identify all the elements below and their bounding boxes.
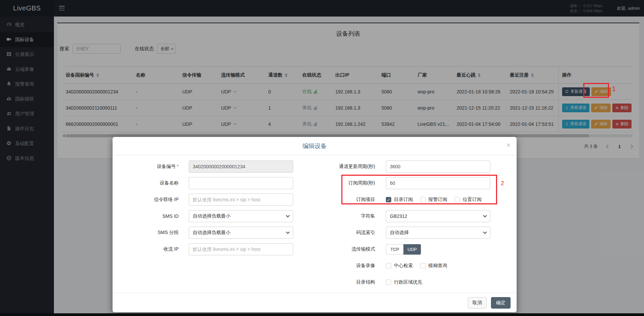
channel-update-cycle-label: 通道更新周期(秒) [310,164,375,170]
device-name-field[interactable] [189,177,293,189]
sip-contact-ip-label: 信令联络 IP [113,197,179,203]
sms-group-label: SMS 分组 [113,230,179,236]
annotation-box-1 [583,83,609,98]
catalog-structure-label: 目录结构 [310,279,375,285]
fuzzy-query-checkbox[interactable]: 模糊查询 [420,263,447,269]
recv-stream-ip-field[interactable] [189,243,293,255]
center-search-checkbox[interactable]: 中心检索 [386,263,413,269]
sms-id-label: SMS ID [113,213,179,219]
cancel-button[interactable]: 取消 [468,297,487,309]
annotation-number-1: 1 [612,85,616,93]
sms-group-select[interactable]: 自动选择负载最小 [189,227,293,239]
device-name-label: 设备名称 [113,180,179,186]
bottom-bar [0,313,644,316]
edit-device-modal: 编辑设备 × 设备编号* 设备名称 信令联络 IP SMS ID 自动选择负载最… [113,137,517,312]
required-asterisk: * [177,164,179,169]
udp-toggle-button[interactable]: UDP [403,244,421,255]
checkbox-icon[interactable] [420,263,426,268]
recv-stream-ip-label: 收流 IP [113,246,179,252]
chevron-down-icon [286,230,289,234]
device-record-label: 设备录像 [310,263,375,269]
sip-contact-ip-field[interactable] [189,194,293,206]
close-icon[interactable]: × [506,142,511,149]
stream-index-label: 码流索引 [310,230,375,236]
stream-index-select[interactable]: 自动选择 [386,227,490,239]
sms-id-select[interactable]: 自动选择负载最小 [189,210,293,222]
chevron-down-icon [286,213,289,217]
tcp-toggle-button[interactable]: TCP [386,244,403,255]
admin-region-checkbox[interactable]: 行政区域优先 [386,279,422,285]
annotation-box-2 [341,175,497,204]
modal-title: 编辑设备 [113,137,517,155]
channel-update-cycle-field[interactable] [386,161,490,173]
checkbox-icon[interactable] [386,280,391,285]
annotation-number-2: 2 [501,180,504,187]
chevron-down-icon [483,230,487,234]
confirm-button[interactable]: 确定 [491,297,511,309]
stream-mode-label: 流传输模式 [310,246,375,252]
device-id-label: 设备编号* [113,164,179,170]
charset-label: 字符集 [310,213,375,219]
chevron-down-icon [483,213,487,217]
checkbox-icon[interactable] [386,263,391,268]
charset-select[interactable]: GB2312 [386,210,490,222]
device-id-field [189,161,293,173]
